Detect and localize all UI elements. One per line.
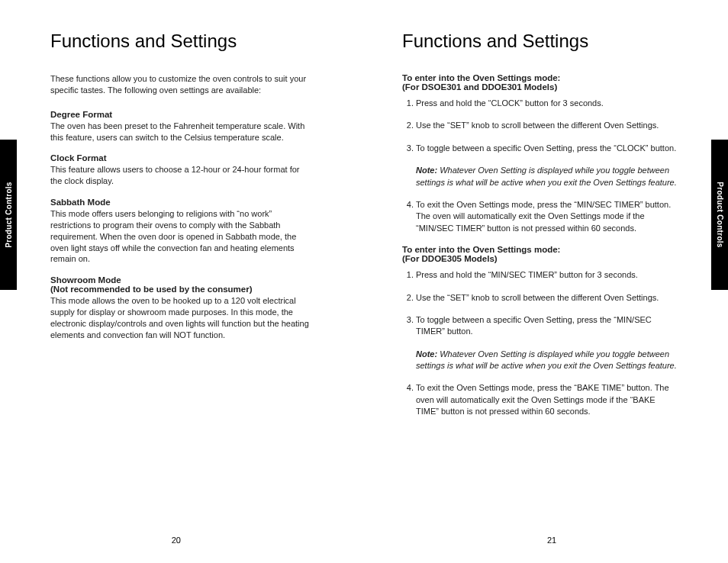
procA-steps-cont: To exit the Oven Settings mode, press th… [402,199,678,234]
section-head-sabbath: Sabbath Mode [50,198,326,207]
side-tab-right-label: Product Controls [716,182,724,247]
page-spread: Functions and Settings These functions a… [0,0,728,563]
section-body-clock: This feature allows users to choose a 12… [50,164,310,187]
manual-spread: Functions and Settings These functions a… [0,0,728,563]
list-item: To exit the Oven Settings mode, press th… [416,382,678,417]
procA-note-text: Whatever Oven Setting is displayed while… [416,166,677,186]
section-body-degree: The oven has been preset to the Fahrenhe… [50,121,310,143]
procB-note-text: Whatever Oven Setting is displayed while… [416,349,677,370]
procB-head: To enter into the Oven Settings mode: (F… [402,245,678,263]
section-head-showroom: Showroom Mode (Not recommended to be use… [50,275,326,294]
page-title: Functions and Settings [402,31,678,52]
list-item: Use the “SET” knob to scroll between the… [416,292,678,304]
list-item: Press and hold the “CLOCK” button for 3 … [416,98,678,109]
list-item: Use the “SET” knob to scroll between the… [416,120,678,131]
procA-note: Note: Whatever Oven Setting is displayed… [416,165,678,188]
procA-note-label: Note: [416,166,437,175]
procB-steps-cont: To exit the Oven Settings mode, press th… [402,382,678,417]
page-title: Functions and Settings [50,31,326,52]
section-head-degree: Degree Format [50,110,326,119]
list-item: To exit the Oven Settings mode, press th… [416,199,678,234]
section-body-showroom: This mode allows the oven to be hooked u… [50,295,310,340]
procA-head-sub: (For DSOE301 and DDOE301 Models) [402,82,678,92]
list-item: Press and hold the “MIN/SEC TIMER” butto… [416,269,678,281]
section-head-clock: Clock Format [50,153,326,162]
side-tab-left: Product Controls [0,140,17,290]
procB-note: Note: Whatever Oven Setting is displayed… [416,349,678,372]
procB-note-label: Note: [416,349,437,359]
page-number-left: 20 [172,536,181,545]
list-item: To toggle between a specific Oven Settin… [416,314,678,338]
section-head-showroom-sub: (Not recommended to be used by the consu… [50,285,326,294]
procA-steps: Press and hold the “CLOCK” button for 3 … [402,98,678,154]
procA-head-main: To enter into the Oven Settings mode: [402,73,560,82]
section-body-sabbath: This mode offers users belonging to reli… [50,208,310,265]
procB-head-sub: (For DDOE305 Models) [402,254,678,263]
side-tab-right: Product Controls [711,140,728,290]
page-number-right: 21 [547,536,556,545]
page-left: Functions and Settings These functions a… [0,0,364,563]
procB-head-main: To enter into the Oven Settings mode: [402,245,560,254]
procA-head: To enter into the Oven Settings mode: (F… [402,73,678,92]
procB-steps: Press and hold the “MIN/SEC TIMER” butto… [402,269,678,338]
list-item: To toggle between a specific Oven Settin… [416,143,678,154]
intro-text: These functions allow you to customize t… [50,73,310,96]
page-right: Functions and Settings To enter into the… [364,0,728,563]
section-head-showroom-main: Showroom Mode [50,275,121,285]
side-tab-left-label: Product Controls [5,182,13,247]
